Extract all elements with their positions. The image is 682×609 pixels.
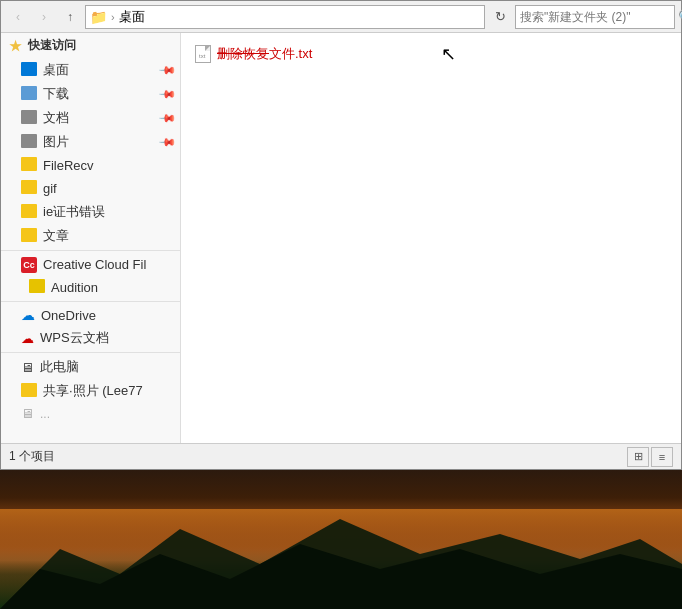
file-item-txt[interactable]: txt 删除恢复文件.txt	[189, 41, 318, 67]
wps-icon: ☁	[21, 331, 34, 346]
sidebar-item-shared[interactable]: 共享·照片 (Lee77	[1, 379, 180, 403]
sidebar-item-wps[interactable]: ☁ WPS云文档	[1, 326, 180, 350]
sidebar-item-this-pc[interactable]: 🖥 此电脑	[1, 355, 180, 379]
pin-icon: 📌	[157, 60, 176, 79]
gif-icon	[21, 180, 37, 197]
quick-access-label: 快速访问	[28, 37, 76, 54]
sidebar-item-gif[interactable]: gif	[1, 177, 180, 200]
sidebar-item-ie-cert[interactable]: ie证书错误	[1, 200, 180, 224]
pin-icon4: 📌	[157, 132, 176, 151]
downloads-folder-icon	[21, 86, 37, 103]
article-icon	[21, 228, 37, 245]
item-count: 1 个项目	[9, 448, 55, 465]
shared-label: 共享·照片 (Lee77	[43, 382, 143, 400]
view-buttons: ⊞ ≡	[627, 447, 673, 467]
sidebar-item-downloads[interactable]: 下载 📌	[1, 82, 180, 106]
documents-label: 文档	[43, 109, 69, 127]
sidebar-item-creative-cloud[interactable]: Cc Creative Cloud Fil	[1, 253, 180, 276]
gif-label: gif	[43, 181, 57, 196]
view-tiles-button[interactable]: ⊞	[627, 447, 649, 467]
onedrive-icon: ☁	[21, 307, 35, 323]
wps-label: WPS云文档	[40, 329, 109, 347]
main-area: ★ 快速访问 桌面 📌 下载 📌	[1, 33, 681, 443]
txt-file-icon: txt	[195, 45, 211, 63]
audition-label: Audition	[51, 280, 98, 295]
pictures-folder-icon	[21, 134, 37, 151]
file-content-area[interactable]: ↖ txt 删除恢复文件.txt	[181, 33, 681, 443]
downloads-label: 下载	[43, 85, 69, 103]
sidebar-item-audition[interactable]: Audition	[1, 276, 180, 299]
mouse-cursor: ↖	[441, 43, 457, 63]
address-path: 桌面	[119, 8, 145, 26]
sidebar-quick-access[interactable]: ★ 快速访问	[1, 33, 180, 58]
shared-icon	[21, 383, 37, 400]
sidebar: ★ 快速访问 桌面 📌 下载 📌	[1, 33, 181, 443]
divider1	[1, 250, 180, 251]
ie-cert-icon	[21, 204, 37, 221]
sidebar-item-desktop[interactable]: 桌面 📌	[1, 58, 180, 82]
pin-icon2: 📌	[157, 84, 176, 103]
pin-icon3: 📌	[157, 108, 176, 127]
view-list-button[interactable]: ≡	[651, 447, 673, 467]
sidebar-item-article[interactable]: 文章	[1, 224, 180, 248]
sidebar-item-network[interactable]: 🖥 ...	[1, 403, 180, 424]
desktop-folder-icon	[21, 62, 37, 79]
search-icon: 🔍	[674, 9, 682, 24]
back-button[interactable]: ‹	[7, 6, 29, 28]
forward-button[interactable]: ›	[33, 6, 55, 28]
network-label: ...	[40, 407, 50, 421]
deleted-text: 删除恢复	[217, 46, 269, 61]
pictures-label: 图片	[43, 133, 69, 151]
toolbar: ‹ › ↑ 📁 › 桌面 › document.querySelector('[…	[1, 1, 681, 33]
cc-icon: Cc	[21, 256, 37, 273]
wallpaper	[0, 470, 682, 609]
sidebar-scroll[interactable]: ★ 快速访问 桌面 📌 下载 📌	[1, 33, 180, 443]
this-pc-icon: 🖥	[21, 360, 34, 375]
sidebar-item-onedrive[interactable]: ☁ OneDrive	[1, 304, 180, 326]
up-button[interactable]: ↑	[59, 6, 81, 28]
address-folder-icon: 📁	[90, 9, 107, 25]
address-bar[interactable]: 📁 › 桌面 ›	[85, 5, 485, 29]
filerecv-label: FileRecv	[43, 158, 94, 173]
filerecv-icon	[21, 157, 37, 174]
divider3	[1, 352, 180, 353]
address-separator: ›	[111, 11, 115, 23]
sidebar-item-pictures[interactable]: 图片 📌	[1, 130, 180, 154]
divider2	[1, 301, 180, 302]
file-name-label: 删除恢复文件.txt	[217, 45, 312, 63]
file-explorer-window: ‹ › ↑ 📁 › 桌面 › document.querySelector('[…	[0, 0, 682, 470]
sidebar-item-documents[interactable]: 文档 📌	[1, 106, 180, 130]
refresh-button[interactable]: ↻	[489, 6, 511, 28]
documents-folder-icon	[21, 110, 37, 127]
ie-cert-label: ie证书错误	[43, 203, 105, 221]
mountain-svg	[0, 509, 682, 609]
sidebar-item-filerecv[interactable]: FileRecv	[1, 154, 180, 177]
this-pc-label: 此电脑	[40, 358, 79, 376]
onedrive-label: OneDrive	[41, 308, 96, 323]
audition-icon	[29, 279, 45, 296]
network-icon: 🖥	[21, 406, 34, 421]
search-input[interactable]	[516, 10, 674, 24]
creative-cloud-label: Creative Cloud Fil	[43, 257, 146, 272]
desktop-label: 桌面	[43, 61, 69, 79]
file-name-rest: 文件.txt	[269, 46, 312, 61]
status-bar: 1 个项目 ⊞ ≡	[1, 443, 681, 469]
star-icon: ★	[9, 38, 22, 54]
search-box: 🔍	[515, 5, 675, 29]
article-label: 文章	[43, 227, 69, 245]
